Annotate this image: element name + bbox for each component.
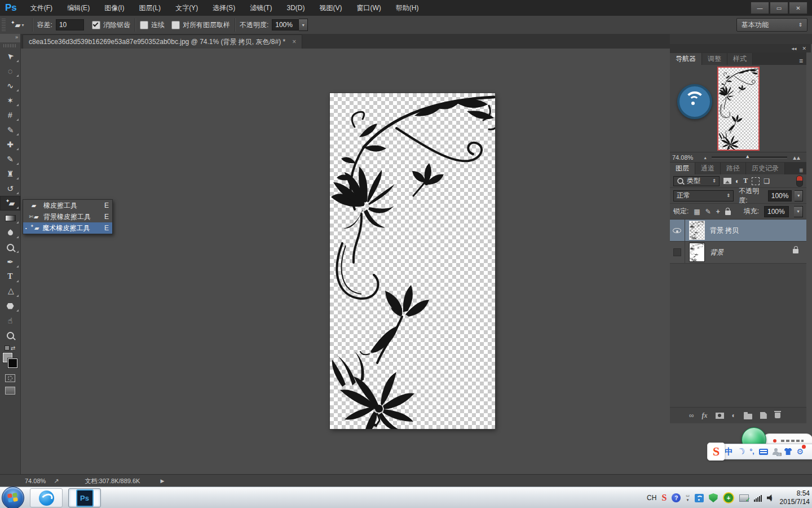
navigator-zoom-value[interactable]: 74.08%	[672, 154, 693, 161]
share-icon[interactable]: ↗	[54, 478, 59, 485]
magic-wand-tool[interactable]: ✶	[0, 93, 20, 108]
navigator-proxy-view[interactable]	[717, 67, 760, 151]
visibility-toggle[interactable]	[670, 242, 685, 263]
update-check-icon[interactable]: ✓	[739, 494, 749, 502]
layer-row-background-copy[interactable]: 背景 拷贝	[670, 220, 806, 242]
punctuation-icon[interactable]: °,	[749, 448, 754, 456]
settings-wrench-icon[interactable]: ⚙	[797, 447, 804, 456]
volume-icon[interactable]: )	[767, 494, 773, 501]
lock-position-icon[interactable]: +	[716, 208, 720, 216]
status-expand-icon[interactable]: ▶	[160, 478, 164, 484]
visibility-toggle[interactable]	[670, 220, 685, 241]
background-color-swatch[interactable]	[8, 358, 17, 368]
quick-mask-button[interactable]	[0, 372, 20, 384]
tool-preset-button[interactable]: ✦ ▰ ▾	[7, 21, 28, 29]
swap-colors-button[interactable]: ⇄	[0, 343, 20, 353]
sogou-tray-icon[interactable]: S	[661, 493, 667, 503]
start-button[interactable]	[2, 487, 24, 508]
contiguous-checkbox[interactable]	[140, 21, 148, 29]
dock-close-icon[interactable]: ✕	[802, 46, 806, 51]
status-zoom-input[interactable]: 74.08%	[25, 478, 46, 484]
navigator-zoom-slider[interactable]: ▲	[712, 156, 787, 159]
menu-view[interactable]: 视图(V)	[312, 0, 349, 16]
panel-menu-icon[interactable]: ≡	[799, 57, 806, 65]
move-tool[interactable]: ➤	[0, 49, 20, 64]
lasso-tool[interactable]: ∿	[0, 78, 20, 93]
language-indicator[interactable]: CH	[647, 494, 656, 502]
menu-layer[interactable]: 图层(L)	[131, 0, 168, 16]
tab-layers[interactable]: 图层	[670, 163, 695, 174]
tab-close-icon[interactable]: ×	[292, 38, 296, 46]
layer-thumbnail[interactable]	[690, 243, 704, 261]
layer-name[interactable]: 背景 拷贝	[710, 226, 739, 235]
adjustment-layer-icon[interactable]: ◐	[732, 411, 736, 419]
network-icon[interactable]	[695, 494, 704, 502]
fill-input[interactable]: 100%	[764, 206, 789, 217]
healing-brush-tool[interactable]: ✚	[0, 137, 20, 152]
tools-collapse-button[interactable]: »	[0, 34, 20, 42]
lock-transparency-icon[interactable]: ▦	[694, 208, 700, 216]
options-grip[interactable]	[2, 19, 6, 31]
minimize-button[interactable]: —	[751, 2, 769, 14]
crop-tool[interactable]: #	[0, 108, 20, 122]
tab-styles[interactable]: 样式	[727, 53, 753, 65]
screen-mode-button[interactable]	[0, 384, 20, 397]
keyboard-icon[interactable]	[759, 449, 768, 455]
blur-tool[interactable]	[0, 225, 20, 240]
account-icon[interactable]: 11	[773, 448, 780, 455]
close-button[interactable]: ✕	[789, 2, 807, 14]
layer-opacity-dropdown[interactable]: ▾	[795, 190, 803, 202]
lock-all-icon[interactable]	[725, 211, 731, 215]
opacity-dropdown-button[interactable]: ▾	[299, 19, 308, 31]
eraser-tool-selected[interactable]: ✦ ▰	[0, 196, 20, 211]
zoom-tool[interactable]	[0, 328, 20, 343]
tray-expander[interactable]: ▭▾	[686, 493, 690, 502]
menu-window[interactable]: 窗口(W)	[349, 0, 388, 16]
brush-tool[interactable]: ✎	[0, 152, 20, 167]
menu-3d[interactable]: 3D(D)	[279, 0, 312, 16]
new-group-icon[interactable]	[744, 414, 752, 419]
eyedropper-tool[interactable]: ✐	[0, 122, 20, 137]
menu-edit[interactable]: 编辑(E)	[60, 0, 97, 16]
zoom-slider-thumb[interactable]: ▲	[745, 154, 750, 159]
clone-stamp-tool[interactable]: ♜	[0, 167, 20, 181]
menu-select[interactable]: 选择(S)	[205, 0, 242, 16]
add-mask-icon[interactable]	[716, 413, 724, 419]
layer-opacity-input[interactable]: 100%	[768, 190, 792, 202]
gradient-tool[interactable]	[0, 211, 20, 225]
antialias-checkbox[interactable]	[92, 21, 100, 29]
delete-layer-icon[interactable]	[775, 413, 780, 418]
help-tray-icon[interactable]: ?	[672, 493, 681, 502]
panel-menu-icon[interactable]: ≡	[799, 167, 806, 174]
history-brush-tool[interactable]: ↺	[0, 181, 20, 196]
tab-adjustments[interactable]: 调整	[702, 53, 727, 65]
tolerance-input[interactable]: 10	[56, 19, 84, 30]
moon-icon[interactable]: ☽	[736, 445, 747, 458]
antivirus-icon[interactable]: +	[723, 492, 734, 503]
workspace-switcher[interactable]: 基本功能 ⇕	[736, 18, 807, 32]
flyout-background-eraser-tool[interactable]: ✄▰ 背景橡皮擦工具 E	[23, 211, 112, 222]
layer-row-background[interactable]: 背景	[670, 242, 806, 264]
tab-navigator[interactable]: 导航器	[670, 53, 702, 65]
hand-tool[interactable]: ☝	[0, 313, 20, 328]
filter-smart-objects-icon[interactable]: ❏	[764, 177, 770, 185]
path-selection-tool[interactable]: ▷	[0, 284, 20, 299]
sogou-logo[interactable]: S	[707, 443, 725, 461]
taskbar-browser-button[interactable]	[30, 488, 63, 507]
tab-paths[interactable]: 路径	[721, 163, 746, 174]
signal-bars-icon[interactable]	[754, 494, 762, 502]
tab-history[interactable]: 历史记录	[746, 163, 785, 174]
flyout-eraser-tool[interactable]: ▰ 橡皮擦工具 E	[23, 200, 112, 211]
new-layer-icon[interactable]	[760, 412, 767, 419]
tab-channels[interactable]: 通道	[695, 163, 721, 174]
menu-file[interactable]: 文件(F)	[23, 0, 60, 16]
layer-style-icon[interactable]: fx	[702, 411, 708, 420]
filter-adjustment-layers-icon[interactable]: ◐	[735, 177, 739, 185]
flyout-magic-eraser-tool[interactable]: ▪ ✦▰ 魔术橡皮擦工具 E	[23, 222, 112, 234]
layer-filter-select[interactable]: 类型 ⇕	[673, 176, 720, 186]
blend-mode-select[interactable]: 正常 ⇕	[673, 190, 734, 202]
zoom-out-icon[interactable]: ▲	[703, 156, 707, 160]
filter-type-layers-icon[interactable]: T	[743, 177, 748, 185]
layer-name[interactable]: 背景	[710, 248, 723, 257]
restore-button[interactable]: ▭	[770, 2, 788, 14]
